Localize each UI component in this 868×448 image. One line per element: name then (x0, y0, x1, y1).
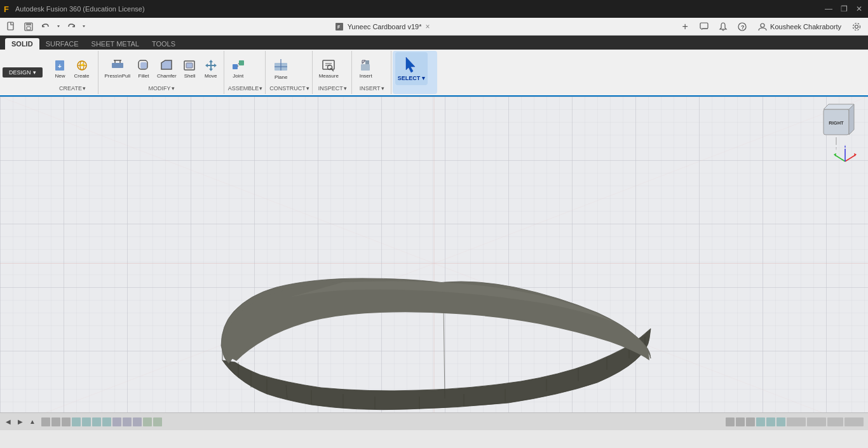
bottom-icons (41, 416, 168, 428)
file-button[interactable] (4, 19, 19, 34)
help-link-button[interactable]: ? (735, 19, 750, 34)
svg-rect-79 (776, 417, 785, 426)
tab-sheet-metal[interactable]: SHEET METAL (85, 38, 146, 50)
notifications-button[interactable] (715, 19, 731, 34)
select-button[interactable]: SELECT ▾ (395, 52, 428, 85)
assemble-group: Joint ASSEMBLE▾ (226, 51, 266, 94)
redo-arrow[interactable] (81, 19, 87, 34)
design-dropdown-arrow: ▾ (33, 69, 36, 76)
select-group: SELECT ▾ SELECT (393, 51, 437, 94)
svg-marker-4 (57, 25, 60, 27)
svg-marker-61 (844, 145, 846, 147)
save-button[interactable] (21, 19, 36, 34)
app-title: Autodesk Fusion 360 (Education License) (15, 5, 145, 13)
user-profile-button[interactable]: Kousheek Chakraborty (754, 20, 845, 33)
tab-surface[interactable]: SURFACE (39, 38, 85, 50)
svg-line-58 (835, 155, 845, 161)
svg-text:+: + (58, 63, 62, 70)
svg-rect-27 (233, 64, 238, 69)
svg-rect-2 (26, 23, 31, 25)
svg-rect-68 (102, 417, 111, 426)
bottom-toolbar: ◀ ▶ ▲ (0, 412, 868, 430)
svg-point-12 (855, 25, 858, 28)
ribbon-bar: DESIGN ▾ + New Create CREATE▾ Press\nPul… (0, 50, 868, 97)
construct-group-label[interactable]: CONSTRUCT▾ (269, 85, 309, 93)
svg-rect-28 (239, 60, 244, 65)
svg-line-39 (362, 60, 365, 64)
svg-rect-22 (140, 62, 147, 69)
svg-rect-62 (41, 417, 50, 426)
svg-line-56 (845, 155, 855, 161)
svg-rect-3 (27, 27, 31, 30)
modify-group: Press\nPull Fillet Chamfer Shell Move MO… (100, 51, 224, 94)
svg-rect-25 (186, 63, 193, 68)
inspect-button[interactable]: Measure (316, 53, 341, 84)
assemble-button[interactable]: Joint (228, 53, 248, 84)
file-tab-title: Yuneec Cardboard v19* (348, 23, 422, 31)
create-form-button[interactable]: Create (72, 53, 92, 84)
nav-back-button[interactable]: ◀ (3, 416, 14, 428)
close-button[interactable]: ✕ (854, 4, 864, 13)
svg-rect-77 (756, 417, 765, 426)
insert-button[interactable]: Insert (356, 53, 376, 84)
svg-marker-52 (849, 104, 854, 135)
svg-text:F: F (337, 25, 341, 29)
chamfer-button[interactable]: Chamfer (154, 53, 179, 84)
svg-rect-67 (92, 417, 101, 426)
3d-model (153, 160, 667, 430)
design-dropdown[interactable]: DESIGN ▾ (3, 67, 43, 78)
construct-button[interactable]: Plane (269, 53, 292, 84)
design-label: DESIGN (9, 69, 31, 76)
undo-arrow[interactable] (55, 19, 62, 34)
svg-text:?: ? (741, 24, 745, 31)
svg-rect-66 (82, 417, 91, 426)
svg-rect-33 (323, 60, 334, 69)
nav-up-button[interactable]: ▲ (27, 416, 38, 428)
shell-button[interactable]: Shell (180, 53, 200, 84)
file-icon: F (335, 22, 344, 31)
svg-point-11 (761, 24, 764, 27)
minimize-button[interactable]: — (824, 4, 834, 13)
file-close-icon[interactable]: × (425, 22, 430, 31)
add-tab-button[interactable]: + (677, 19, 693, 34)
svg-rect-76 (746, 417, 755, 426)
svg-text:RIGHT: RIGHT (829, 120, 844, 126)
svg-rect-8 (700, 23, 708, 29)
create-group-label[interactable]: CREATE▾ (50, 85, 95, 93)
new-body-button[interactable]: + New (50, 53, 71, 84)
insert-group-label[interactable]: INSERT▾ (356, 85, 388, 93)
svg-rect-83 (844, 417, 864, 426)
svg-rect-64 (62, 417, 71, 426)
settings-button[interactable] (849, 19, 864, 34)
fillet-button[interactable]: Fillet (133, 53, 154, 84)
axis-indicator (832, 142, 858, 168)
secondary-header: F Yuneec Cardboard v19* × + ? Kousheek C… (0, 18, 868, 36)
svg-rect-75 (736, 417, 745, 426)
comment-button[interactable] (696, 19, 712, 34)
restore-button[interactable]: ❐ (839, 4, 849, 13)
svg-marker-38 (365, 60, 369, 64)
svg-rect-82 (827, 417, 843, 426)
nav-forward-button[interactable]: ▶ (15, 416, 26, 428)
svg-rect-71 (133, 417, 142, 426)
svg-marker-42 (406, 57, 415, 72)
inspect-group-label[interactable]: INSPECT▾ (316, 85, 349, 93)
svg-rect-81 (807, 417, 826, 426)
move-button[interactable]: Move (201, 53, 221, 84)
svg-rect-69 (112, 417, 121, 426)
assemble-group-label[interactable]: ASSEMBLE▾ (228, 85, 263, 93)
svg-rect-37 (361, 64, 370, 71)
press-pull-button[interactable]: Press\nPull (102, 53, 133, 84)
undo-button[interactable] (38, 19, 53, 34)
tab-solid[interactable]: SOLID (5, 38, 39, 50)
svg-marker-5 (83, 25, 85, 27)
svg-rect-70 (123, 417, 132, 426)
redo-button[interactable] (64, 19, 79, 34)
svg-point-13 (853, 23, 860, 30)
svg-marker-26 (205, 60, 217, 71)
modify-group-label[interactable]: MODIFY▾ (102, 85, 221, 93)
create-group: + New Create CREATE▾ (48, 51, 98, 94)
svg-rect-73 (153, 417, 162, 426)
tab-tools[interactable]: TOOLS (146, 38, 182, 50)
insert-group: Insert INSERT▾ (353, 51, 391, 94)
